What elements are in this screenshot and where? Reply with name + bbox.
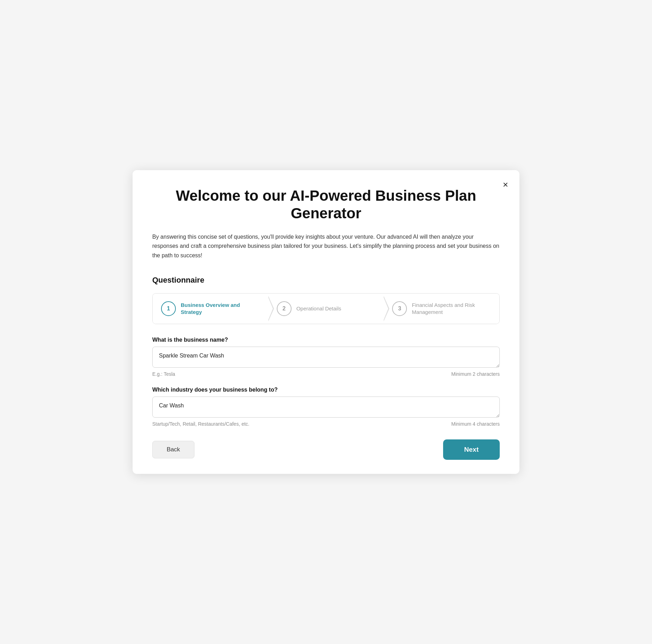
footer: Back Next [152,439,500,460]
description-text: By answering this concise set of questio… [152,232,500,260]
step-3-number: 3 [392,301,407,316]
close-button[interactable]: × [503,180,508,189]
modal-container: × Welcome to our AI-Powered Business Pla… [133,170,519,474]
step-2[interactable]: 2 Operational Details [268,294,384,324]
industry-input[interactable]: Car Wash [152,397,500,418]
next-button[interactable]: Next [443,439,500,460]
step-1-number: 1 [161,301,176,316]
business-name-group: What is the business name? Sparkle Strea… [152,337,500,377]
industry-hints: Startup/Tech, Retail, Restaurants/Cafes,… [152,421,500,427]
business-name-hints: E.g.: Tesla Minimum 2 characters [152,371,500,377]
steps-container: 1 Business Overview and Strategy 2 Opera… [152,293,500,324]
step-2-label: Operational Details [296,305,341,312]
back-button[interactable]: Back [152,441,194,458]
page-title: Welcome to our AI-Powered Business Plan … [152,187,500,223]
business-name-hint-left: E.g.: Tesla [152,371,175,377]
business-name-label: What is the business name? [152,337,500,343]
step-3-label: Financial Aspects and Risk Management [412,302,491,316]
questionnaire-label: Questionnaire [152,276,500,285]
step-1-label: Business Overview and Strategy [181,302,260,316]
step-1[interactable]: 1 Business Overview and Strategy [153,294,268,324]
industry-group: Which industry does your business belong… [152,387,500,427]
industry-label: Which industry does your business belong… [152,387,500,393]
step-3[interactable]: 3 Financial Aspects and Risk Management [384,294,499,324]
questionnaire-section: Questionnaire 1 Business Overview and St… [152,276,500,427]
step-2-number: 2 [277,301,292,316]
business-name-input[interactable]: Sparkle Stream Car Wash [152,347,500,368]
industry-hint-left: Startup/Tech, Retail, Restaurants/Cafes,… [152,421,249,427]
industry-hint-right: Minimum 4 characters [451,421,500,427]
business-name-hint-right: Minimum 2 characters [451,371,500,377]
